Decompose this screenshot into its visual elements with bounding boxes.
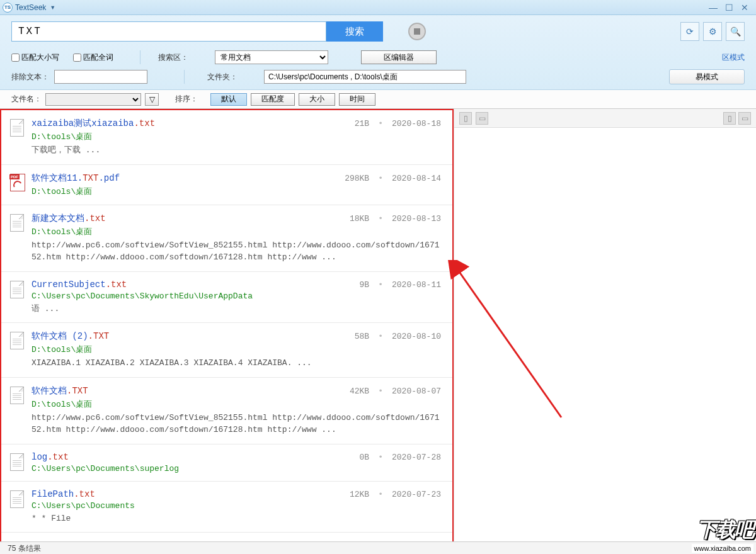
file-icon	[10, 490, 24, 508]
filename-filter[interactable]	[45, 93, 141, 106]
zone-label: 搜索区：	[158, 52, 188, 63]
result-meta: 298KB•2020-08-14	[345, 174, 441, 183]
result-filename: FilePath.txt	[32, 489, 95, 499]
easy-mode-button[interactable]: 易模式	[669, 69, 745, 84]
title-dropdown-icon[interactable]: ▼	[50, 4, 55, 11]
result-item[interactable]: 软件文档.TXT42KB•2020-08-07D:\tools\桌面http:/…	[1, 378, 452, 444]
result-path: D:\tools\桌面	[32, 226, 441, 237]
results-list[interactable]: xaizaiba测试xiazaiba.txt21B•2020-08-18D:\t…	[1, 110, 452, 554]
result-snippet: 语 ...	[32, 303, 441, 315]
view2-tab[interactable]: ▭	[738, 112, 751, 125]
result-filename: 软件文档11.TXT.pdf	[32, 172, 120, 184]
result-meta: 0B•2020-07-28	[360, 453, 441, 462]
app-title: TextSeek	[15, 3, 46, 12]
result-meta: 21B•2020-08-18	[355, 119, 441, 128]
result-filename: xaizaiba测试xiazaiba.txt	[32, 118, 155, 129]
toolbar: 搜索 ⟳ ⚙ 🔍 匹配大小写 匹配全词 搜索区： 常用文档 区编辑器 区模式 排…	[0, 15, 756, 90]
sort-default[interactable]: 默认	[210, 93, 247, 106]
match-case-checkbox[interactable]: 匹配大小写	[11, 52, 59, 63]
result-meta: 58B•2020-08-10	[355, 332, 441, 341]
result-snippet: XIAZAIBA.1 XIAZAIBA.2 XIAZAIBA.3 XIAZAIB…	[32, 357, 441, 370]
result-item[interactable]: log.txt0B•2020-07-28C:\Users\pc\Document…	[1, 444, 452, 482]
match-whole-checkbox[interactable]: 匹配全词	[73, 52, 113, 63]
filename-label: 文件名：	[11, 94, 42, 105]
svg-line-0	[458, 270, 561, 417]
result-item[interactable]: FilePath.txt12KB•2020-07-23C:\Users\pc\D…	[1, 482, 452, 533]
result-path: D:\tools\桌面	[32, 131, 441, 142]
exclude-input[interactable]	[54, 70, 147, 84]
result-meta: 12KB•2020-07-23	[350, 490, 441, 499]
preview-pane: ▯ ▭ ▯ ▭	[454, 109, 756, 554]
minimize-button[interactable]: —	[709, 3, 718, 13]
zone-editor-button[interactable]: 区编辑器	[361, 50, 437, 64]
result-meta: 9B•2020-08-11	[360, 280, 441, 290]
result-item[interactable]: CurrentSubject.txt9B•2020-08-11C:\Users\…	[1, 272, 452, 324]
sort-label: 排序：	[175, 94, 198, 105]
result-snippet: 下载吧，下载 ...	[32, 144, 441, 157]
result-filename: 软件文档.TXT	[32, 385, 88, 397]
result-filename: log.txt	[32, 452, 69, 462]
file-icon	[10, 281, 24, 298]
status-text: 75 条结果	[8, 544, 41, 553]
file-icon	[10, 453, 24, 471]
app-logo: TS	[3, 3, 13, 13]
search-button[interactable]: 搜索	[326, 21, 383, 42]
annotation-arrow	[448, 260, 574, 424]
status-bar: 75 条结果	[0, 541, 756, 554]
sort-bar: 文件名： ▽ 排序： 默认 匹配度 大小 时间	[0, 90, 756, 109]
file-icon	[10, 387, 24, 404]
result-path: C:\Users\pc\Documents	[32, 501, 441, 511]
file-icon	[10, 214, 24, 232]
zone-mode-link[interactable]: 区模式	[722, 52, 745, 63]
refresh-icon: ⟳	[686, 26, 694, 37]
stop-icon	[414, 28, 420, 35]
folder-input[interactable]	[264, 70, 466, 84]
result-item[interactable]: PDF软件文档11.TXT.pdf298KB•2020-08-14D:\tool…	[1, 165, 452, 205]
search-icon: 🔍	[730, 26, 741, 37]
result-meta: 18KB•2020-08-13	[350, 214, 441, 223]
sort-size[interactable]: 大小	[299, 93, 335, 106]
zone-select[interactable]: 常用文档	[215, 50, 328, 64]
exclude-label: 排除文本：	[11, 72, 49, 82]
result-snippet: * * File	[32, 512, 441, 525]
result-item[interactable]: 软件文档 (2).TXT58B•2020-08-10D:\tools\桌面XIA…	[1, 323, 452, 378]
pdf-icon: PDF	[10, 174, 25, 191]
file-icon	[10, 332, 24, 349]
funnel-icon: ▽	[149, 95, 155, 104]
search-input[interactable]	[11, 21, 326, 42]
result-filename: CurrentSubject.txt	[32, 280, 127, 290]
zoom-button[interactable]: 🔍	[726, 22, 745, 41]
refresh-button[interactable]: ⟳	[680, 22, 699, 41]
result-filename: 新建文本文档.txt	[32, 213, 106, 224]
sort-time[interactable]: 时间	[339, 93, 375, 106]
result-meta: 42KB•2020-08-07	[350, 387, 441, 396]
result-item[interactable]: xaizaiba测试xiazaiba.txt21B•2020-08-18D:\t…	[1, 110, 452, 165]
maximize-button[interactable]: ☐	[725, 3, 733, 13]
file-icon	[10, 119, 24, 137]
settings-button[interactable]: ⚙	[703, 22, 722, 41]
folder-label: 文件夹：	[207, 72, 238, 82]
result-snippet: http://www.pc6.com/softview/SoftView_852…	[32, 239, 441, 264]
document-icon: ▯	[464, 114, 468, 123]
filter-button[interactable]: ▽	[145, 93, 159, 106]
results-pane: xaizaiba测试xiazaiba.txt21B•2020-08-18D:\t…	[0, 109, 454, 554]
titlebar: TS TextSeek ▼ — ☐ ✕	[0, 0, 756, 15]
close-button[interactable]: ✕	[741, 3, 748, 13]
gear-icon: ⚙	[709, 26, 717, 37]
stop-button[interactable]	[408, 23, 426, 40]
result-path: D:\tools\桌面	[32, 344, 441, 355]
folder-icon: ▭	[479, 114, 486, 123]
result-filename: 软件文档 (2).TXT	[32, 331, 109, 342]
result-path: C:\Users\pc\Documents\superlog	[32, 464, 441, 473]
result-path: C:\Users\pc\Documents\SkyworthEdu\UserAp…	[32, 291, 441, 301]
view1-tab[interactable]: ▯	[723, 112, 736, 125]
result-snippet: http://www.pc6.com/softview/SoftView_852…	[32, 412, 441, 436]
result-path: D:\tools\桌面	[32, 186, 441, 197]
result-path: D:\tools\桌面	[32, 399, 441, 410]
sort-relevance[interactable]: 匹配度	[251, 93, 295, 106]
folder-tab[interactable]: ▭	[476, 112, 488, 125]
result-item[interactable]: 新建文本文档.txt18KB•2020-08-13D:\tools\桌面http…	[1, 205, 452, 272]
doc-tab[interactable]: ▯	[459, 112, 472, 125]
